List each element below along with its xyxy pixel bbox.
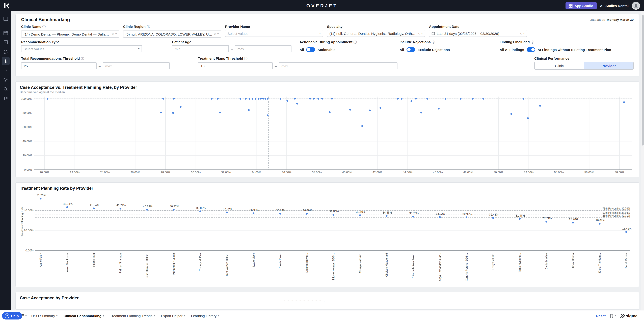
app-studio-button[interactable]: App Studio [566,2,597,9]
treatment-plans-max-input[interactable] [279,62,398,69]
findings-label: Findings Includedⓘ [500,40,634,44]
treatment-plans-threshold-label: Treatment Plans Thresholdⓘ [198,56,398,61]
clinic-region-label: Clinic Regionⓘ [123,24,221,29]
tab-export-helper[interactable]: Export Helper▾ [161,314,185,318]
tab-treatment-planning-trends[interactable]: Treatment Planning Trends▾ [110,314,155,318]
scrollbar-thumb[interactable] [642,15,644,145]
svg-text:100.00%: 100.00% [316,300,318,301]
help-button[interactable]: ? Help [2,312,22,320]
tab-dso-summary[interactable]: DSO Summary▾ [31,314,58,318]
tab-clinical-benchmarking[interactable]: Clinical Benchmarking▾ [64,314,104,318]
clear-icon[interactable]: × [214,32,216,36]
tab-learning-library[interactable]: Learning Library▾ [191,314,219,318]
gear-icon[interactable] [2,76,10,84]
info-icon[interactable]: ⓘ [244,57,248,60]
info-icon[interactable]: ⓘ [531,40,534,44]
svg-text:32.43%: 32.43% [489,213,498,216]
treatment-plans-min-input[interactable] [198,62,273,69]
svg-text:30.00%: 30.00% [191,171,201,174]
svg-text:Kara Weber, DDS 1: Kara Weber, DDS 1 [226,253,228,277]
svg-text:28.00%: 28.00% [161,171,170,174]
chevron-down-icon: ▾ [154,315,155,317]
recommendation-type-dropdown[interactable]: Select values▾ [21,45,142,52]
chevron-down-icon[interactable]: ▾ [421,32,422,35]
chevron-down-icon[interactable]: ▾ [116,32,117,35]
account-name: All Smiles Dental [600,4,628,8]
svg-text:43.14%: 43.14% [63,202,72,205]
total-recommendations-max-input[interactable] [103,62,170,69]
total-recommendations-threshold-label: Total Recommendations Thresholdⓘ [21,56,170,61]
svg-text:34.00%: 34.00% [252,171,261,174]
clear-icon[interactable]: × [112,32,114,36]
switch-right-label: AI Findings without Existing Treatment P… [538,47,611,51]
topbar: OVERJET App Studio All Smiles Dental [0,0,644,11]
grid-icon [569,4,572,7]
bookmark-icon[interactable]: ▾ [610,314,616,318]
search-icon[interactable] [2,85,10,93]
svg-text:22.00%: 22.00% [70,171,80,174]
svg-text:100.00%: 100.00% [296,300,298,301]
specialty-label: Specialty [327,24,425,28]
svg-text:26.00%: 26.00% [130,171,140,174]
svg-text:52.00%: 52.00% [524,171,534,174]
scrollbar-track[interactable] [641,11,644,311]
actionable-toggle[interactable] [306,47,315,52]
patient-age-max-input[interactable] [235,45,292,52]
segment-provider[interactable]: Provider [584,62,633,69]
clinic-name-dropdown[interactable]: (14) Demo Dental — Phoenix, Demo Dental … [21,30,119,37]
svg-text:20.00%: 20.00% [24,229,34,232]
rejections-toggle[interactable] [406,47,415,52]
sigma-logo[interactable]: sigma [620,313,640,319]
chevron-down-icon: ▾ [103,315,104,317]
svg-text:Cynthia Perone, DDS 1: Cynthia Perone, DDS 1 [465,253,468,281]
tasks-check-icon[interactable] [2,38,10,46]
info-icon[interactable]: ⓘ [432,40,435,44]
findings-toggle[interactable] [526,47,535,52]
clinic-region-dropdown[interactable]: (5) null, ARIZONA, COLORADO, LOWER VALLE… [123,30,221,37]
chevron-down-icon[interactable]: ▾ [523,32,524,35]
svg-text:Tommy McKee: Tommy McKee [199,253,202,271]
clinic-name-label: Clinic Nameⓘ [21,24,119,29]
clinical-performance-label: Clinical Performance [534,56,634,60]
calendar-icon[interactable] [2,29,10,37]
svg-text:Alaric Foley: Alaric Foley [39,253,42,267]
clear-icon[interactable]: × [520,31,522,35]
svg-text:42.00%: 42.00% [372,171,382,174]
svg-text:75th Percentile: 100.00%: 75th Percentile: 100.00% [368,301,373,301]
bar-chart-icon-active[interactable] [2,57,10,65]
info-icon[interactable]: ⓘ [81,57,84,60]
svg-text:100.00%: 100.00% [308,300,310,301]
info-icon[interactable]: ⓘ [146,25,150,28]
avatar[interactable] [632,2,640,10]
patient-age-min-input[interactable] [172,45,229,52]
svg-text:Daniella Wise: Daniella Wise [545,253,548,270]
sync-icon[interactable] [2,48,10,56]
specialty-dropdown[interactable]: (11) null, General, Dentist, Hygienist, … [327,30,425,37]
sidebar-panel-icon[interactable] [2,15,10,23]
svg-text:28.71%: 28.71% [542,217,552,220]
chevron-down-icon[interactable]: ▾ [138,47,140,50]
svg-text:Elizabeth Kruschke 1: Elizabeth Kruschke 1 [412,253,415,278]
info-icon[interactable]: ⓘ [353,40,357,44]
chevron-down-icon[interactable]: ▾ [217,32,219,35]
reset-button[interactable]: Reset [596,314,606,318]
chevron-down-icon[interactable]: ▾ [319,32,321,35]
clear-icon[interactable]: × [418,31,420,35]
info-icon[interactable]: ⓘ [42,25,46,28]
segment-clinic[interactable]: Clinic [535,62,584,69]
analytics-chart-icon[interactable] [2,66,10,74]
svg-text:91.67%: 91.67% [324,301,325,302]
clinical-performance-segmented: Clinic Provider [534,62,634,70]
svg-text:Knox Hanna: Knox Hanna [572,253,574,268]
switch-left-label: All [300,47,304,51]
appointment-date-dropdown[interactable]: Last 31 days (02/28/2026 – 03/30/2026)×▾ [429,30,527,37]
svg-text:41.74%: 41.74% [116,204,126,207]
graduation-cap-icon[interactable] [2,94,10,103]
svg-text:32.00%: 32.00% [221,171,231,174]
provider-name-dropdown[interactable]: Select values▾ [225,30,323,37]
total-recommendations-min-input[interactable] [21,62,96,69]
svg-text:Yosef Blackburn: Yosef Blackburn [66,253,69,272]
svg-text:50th Percentile: 35.56%: 50th Percentile: 35.56% [602,211,630,214]
svg-text:100.00%: 100.00% [312,300,314,301]
svg-text:35.10%: 35.10% [356,210,366,213]
